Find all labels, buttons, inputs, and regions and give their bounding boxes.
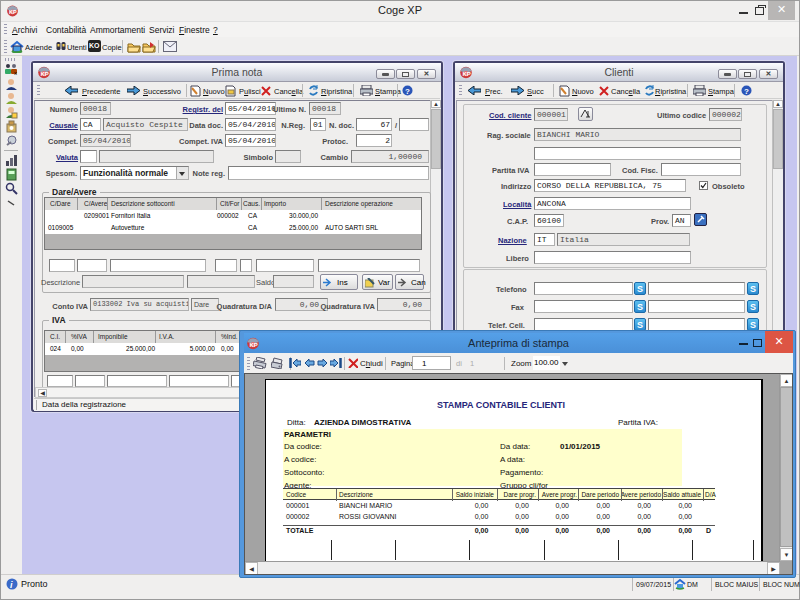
svg-text:x: x	[14, 70, 17, 76]
svg-text:?: ?	[405, 87, 410, 96]
svg-text:KP: KP	[40, 71, 48, 77]
svg-text:KP: KP	[462, 71, 470, 77]
svg-text:?: ?	[744, 87, 749, 96]
